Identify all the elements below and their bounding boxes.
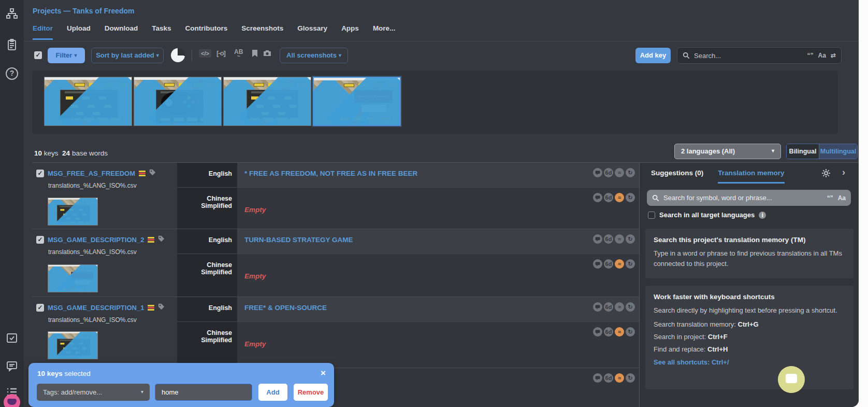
- tm-search-input[interactable]: [663, 194, 822, 202]
- add-key-button[interactable]: Add key: [635, 48, 671, 63]
- comment-icon[interactable]: [593, 327, 602, 336]
- breadcrumb[interactable]: Projects — Tanks of Freedom: [33, 7, 135, 15]
- tab-upload[interactable]: Upload: [67, 24, 91, 40]
- history-icon[interactable]: ↻: [626, 259, 635, 269]
- add-tag-button[interactable]: Add: [258, 384, 287, 401]
- spellcheck-icon[interactable]: AB~: [234, 49, 243, 59]
- tags-dropdown[interactable]: Tags: add/remove... ▾: [37, 384, 150, 401]
- gear-icon[interactable]: [822, 169, 830, 179]
- all-targets-checkbox[interactable]: [648, 212, 655, 219]
- key-name-link[interactable]: MSG_GAME_DESCRIPTION_2: [48, 236, 144, 244]
- review-glasses-icon[interactable]: 6d: [604, 259, 613, 269]
- tag-input[interactable]: [155, 384, 252, 401]
- machine-translation-icon[interactable]: ≈: [615, 234, 624, 244]
- machine-translation-icon[interactable]: ≈: [615, 193, 624, 202]
- tag-icon[interactable]: [158, 303, 165, 312]
- translation-cell[interactable]: Empty 6d ≈ ↻: [237, 322, 639, 368]
- bilingual-toggle[interactable]: Bilingual: [787, 144, 819, 159]
- code-view-icon[interactable]: </>: [199, 49, 211, 58]
- user-avatar[interactable]: [4, 394, 20, 407]
- languages-dropdown[interactable]: 2 languages (All) ▾: [674, 144, 781, 159]
- tab-apps[interactable]: Apps: [341, 24, 359, 40]
- key-screenshot-thumbnail[interactable]: [48, 331, 98, 359]
- statistics-donut-icon[interactable]: [171, 48, 185, 62]
- translation-cell[interactable]: * FREE AS FREEDOM, NOT FREE AS IN FREE B…: [237, 163, 639, 187]
- screenshot-thumbnail-3[interactable]: [223, 77, 311, 126]
- tab-tasks[interactable]: Tasks: [152, 24, 171, 40]
- review-glasses-icon[interactable]: 6d: [604, 234, 613, 244]
- translation-cell[interactable]: TURN-BASED STRATEGY GAME 6d ≈ ↻: [237, 229, 639, 254]
- case-sensitive-icon[interactable]: Aa: [838, 194, 846, 202]
- history-icon[interactable]: ↻: [626, 302, 635, 312]
- tag-icon[interactable]: [149, 169, 156, 178]
- sort-dropdown[interactable]: Sort by last added▾: [91, 48, 164, 63]
- close-icon[interactable]: ×: [321, 368, 326, 378]
- machine-translation-icon[interactable]: ≈: [615, 259, 624, 269]
- review-glasses-icon[interactable]: 6d: [604, 327, 613, 336]
- see-all-shortcuts-link[interactable]: See all shortcuts: Ctrl+/: [654, 358, 845, 366]
- case-sensitive-icon[interactable]: Aa: [818, 52, 826, 59]
- collapse-panel-icon[interactable]: ›: [842, 167, 845, 178]
- review-glasses-icon[interactable]: 6d: [604, 193, 613, 202]
- translation-cell[interactable]: Empty 6d ≈ ↻: [237, 188, 639, 229]
- screenshots-filter-dropdown[interactable]: All screenshots▾: [280, 48, 348, 63]
- comment-icon[interactable]: [593, 168, 602, 177]
- comments-icon[interactable]: [6, 360, 18, 372]
- tab-suggestions[interactable]: Suggestions (0): [651, 169, 703, 184]
- camera-icon[interactable]: [263, 49, 271, 58]
- history-icon[interactable]: ↻: [626, 373, 635, 383]
- remove-tag-button[interactable]: Remove: [294, 384, 328, 401]
- advanced-search-icon[interactable]: ⇄: [831, 52, 836, 59]
- history-icon[interactable]: ↻: [626, 327, 635, 336]
- tab-editor[interactable]: Editor: [33, 24, 53, 40]
- tab-contributors[interactable]: Contributors: [185, 24, 228, 40]
- projects-tree-icon[interactable]: [6, 7, 18, 20]
- review-glasses-icon[interactable]: 6d: [604, 168, 613, 177]
- comment-icon[interactable]: [593, 193, 602, 202]
- comment-icon[interactable]: [593, 373, 602, 383]
- tab-glossary[interactable]: Glossary: [297, 24, 327, 40]
- platforms-icon: [148, 305, 154, 311]
- review-glasses-icon[interactable]: 6d: [604, 302, 613, 312]
- key-checkbox[interactable]: ✓: [36, 170, 44, 177]
- help-icon[interactable]: ?: [6, 67, 18, 80]
- tab-download[interactable]: Download: [105, 24, 138, 40]
- comment-icon[interactable]: [593, 234, 602, 244]
- key-id-icon[interactable]: [-o]: [216, 49, 225, 57]
- tab-translation-memory[interactable]: Translation memory: [718, 169, 784, 184]
- tasks-check-icon[interactable]: [6, 332, 18, 344]
- exact-match-icon[interactable]: “”: [827, 194, 833, 202]
- translation-cell[interactable]: Empty 6d ≈ ↻: [237, 254, 639, 297]
- history-icon[interactable]: ↻: [626, 234, 635, 244]
- search-input[interactable]: [694, 52, 803, 60]
- tab-screenshots[interactable]: Screenshots: [241, 24, 283, 40]
- info-icon[interactable]: i: [759, 212, 766, 219]
- machine-translation-icon[interactable]: ≈: [615, 302, 624, 312]
- select-all-checkbox[interactable]: ✓: [34, 51, 42, 59]
- machine-translation-icon[interactable]: ≈: [615, 327, 624, 336]
- key-checkbox[interactable]: ✓: [36, 236, 44, 244]
- key-checkbox[interactable]: ✓: [36, 304, 44, 312]
- machine-translation-icon[interactable]: ≈: [615, 168, 624, 177]
- bookmark-icon[interactable]: [251, 49, 259, 58]
- translation-cell[interactable]: FREE* & OPEN-SOURCE 6d ≈ ↻: [237, 297, 639, 321]
- machine-translation-icon[interactable]: ≈: [615, 373, 624, 383]
- history-icon[interactable]: ↻: [626, 193, 635, 202]
- comment-icon[interactable]: [593, 259, 602, 269]
- review-glasses-icon[interactable]: 6d: [604, 373, 613, 383]
- comment-icon[interactable]: [593, 302, 602, 312]
- key-name-link[interactable]: MSG_FREE_AS_FREEDOM: [48, 170, 135, 177]
- history-icon[interactable]: ↻: [626, 168, 635, 177]
- screenshot-thumbnail-1[interactable]: [44, 77, 132, 126]
- chat-widget-button[interactable]: [778, 366, 805, 393]
- screenshot-thumbnail-2[interactable]: [134, 77, 222, 126]
- screenshot-thumbnail-4-selected[interactable]: Tanks of Freedom: [313, 77, 401, 126]
- key-screenshot-thumbnail[interactable]: [48, 198, 98, 226]
- tab-more[interactable]: More...: [373, 24, 396, 40]
- exact-match-icon[interactable]: “”: [807, 52, 814, 59]
- tag-icon[interactable]: [158, 235, 165, 244]
- filter-button[interactable]: Filter▾: [48, 48, 85, 63]
- key-name-link[interactable]: MSG_GAME_DESCRIPTION_1: [48, 304, 144, 312]
- key-screenshot-thumbnail[interactable]: [48, 264, 98, 292]
- multilingual-toggle[interactable]: Multilingual: [819, 144, 857, 159]
